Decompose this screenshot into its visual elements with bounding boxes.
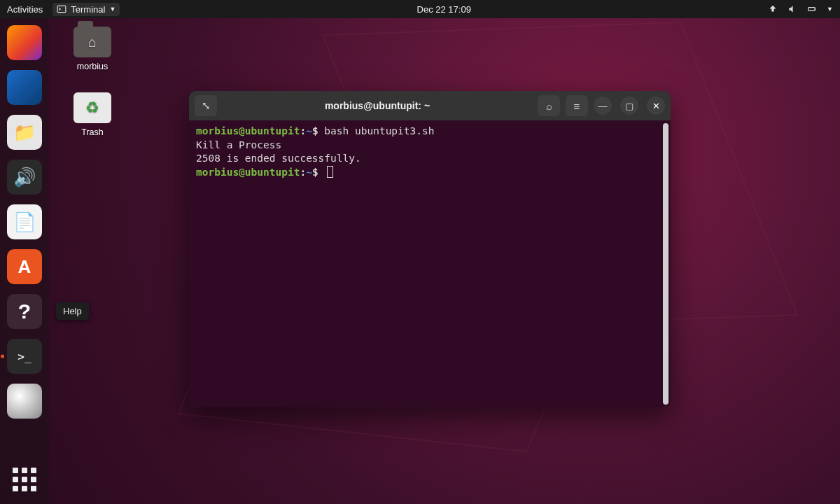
network-icon bbox=[768, 4, 778, 14]
prompt-path: ~ bbox=[306, 125, 312, 136]
question-icon: ? bbox=[18, 300, 31, 323]
dock-app-writer[interactable]: 📄 bbox=[7, 204, 42, 239]
new-tab-button[interactable]: ⤡ bbox=[195, 95, 217, 116]
svg-rect-2 bbox=[815, 8, 816, 10]
close-icon: ✕ bbox=[652, 101, 660, 111]
search-button[interactable]: ⌕ bbox=[538, 95, 560, 116]
terminal-icon: >_ bbox=[18, 350, 31, 363]
terminal-window: ⤡ morbius@ubuntupit: ~ ⌕ ≡ — ▢ ✕ morbius… bbox=[189, 91, 671, 407]
show-applications-button[interactable] bbox=[13, 468, 36, 491]
hamburger-menu-button[interactable]: ≡ bbox=[566, 95, 588, 116]
top-panel: Activities Terminal ▼ Dec 22 17:09 ▼ bbox=[0, 0, 840, 18]
svg-rect-0 bbox=[57, 6, 66, 12]
desktop-icon-label: morbius bbox=[64, 62, 120, 71]
window-title: morbius@ubuntupit: ~ bbox=[223, 100, 532, 111]
app-menu-label: Terminal bbox=[71, 4, 105, 15]
terminal-output: 2508 is ended successfully. bbox=[196, 152, 664, 166]
clock[interactable]: Dec 22 17:09 bbox=[127, 4, 761, 15]
terminal-body[interactable]: morbius@ubuntupit:~$ bash ubuntupit3.sh … bbox=[189, 120, 671, 407]
close-button[interactable]: ✕ bbox=[647, 97, 665, 115]
maximize-button[interactable]: ▢ bbox=[620, 97, 638, 115]
chevron-down-icon: ▼ bbox=[109, 6, 115, 13]
maximize-icon: ▢ bbox=[625, 101, 634, 111]
battery-icon bbox=[807, 4, 817, 14]
prompt-user: morbius@ubuntupit bbox=[196, 125, 300, 136]
dock-app-thunderbird[interactable] bbox=[7, 70, 42, 105]
folder-icon: 📁 bbox=[13, 122, 36, 144]
scrollbar[interactable] bbox=[663, 123, 668, 405]
terminal-output: Kill a Process bbox=[196, 139, 664, 153]
dock-app-files[interactable]: 📁 bbox=[7, 115, 42, 150]
minimize-button[interactable]: — bbox=[594, 97, 612, 115]
search-icon: ⌕ bbox=[546, 100, 552, 112]
trash-icon bbox=[74, 92, 111, 123]
dock-app-terminal[interactable]: >_ bbox=[7, 339, 42, 374]
dock-app-software[interactable]: A bbox=[7, 249, 42, 284]
activities-button[interactable]: Activities bbox=[7, 4, 43, 15]
minimize-icon: — bbox=[598, 101, 608, 111]
cursor-icon bbox=[327, 166, 333, 178]
terminal-icon bbox=[57, 4, 66, 14]
terminal-line: morbius@ubuntupit:~$ bbox=[196, 166, 664, 180]
svg-rect-1 bbox=[808, 8, 815, 11]
dock-app-rhythmbox[interactable]: 🔊 bbox=[7, 160, 42, 195]
home-folder-icon bbox=[74, 27, 111, 57]
dock-app-help[interactable]: ? bbox=[7, 294, 42, 329]
desktop-icon-label: Trash bbox=[64, 127, 120, 137]
document-icon: 📄 bbox=[13, 211, 36, 233]
chevron-down-icon: ▼ bbox=[827, 6, 833, 13]
app-menu-button[interactable]: Terminal ▼ bbox=[52, 3, 120, 16]
bag-icon: A bbox=[18, 256, 31, 278]
dock-app-firefox[interactable] bbox=[7, 25, 42, 60]
menu-icon: ≡ bbox=[574, 100, 580, 112]
dock: 📁 🔊 📄 A ? >_ bbox=[0, 18, 49, 504]
desktop-icon-home[interactable]: morbius bbox=[64, 27, 120, 71]
terminal-line: morbius@ubuntupit:~$ bash ubuntupit3.sh bbox=[196, 125, 664, 139]
system-status-area[interactable]: ▼ bbox=[761, 4, 840, 14]
window-titlebar[interactable]: ⤡ morbius@ubuntupit: ~ ⌕ ≡ — ▢ ✕ bbox=[189, 91, 671, 120]
desktop-icon-trash[interactable]: Trash bbox=[64, 92, 120, 137]
speaker-icon: 🔊 bbox=[13, 167, 36, 188]
new-tab-icon: ⤡ bbox=[202, 99, 211, 112]
tooltip-help: Help bbox=[56, 302, 89, 320]
dock-app-disk[interactable] bbox=[7, 384, 42, 419]
terminal-command: bash ubuntupit3.sh bbox=[324, 125, 434, 136]
volume-icon bbox=[788, 4, 797, 14]
